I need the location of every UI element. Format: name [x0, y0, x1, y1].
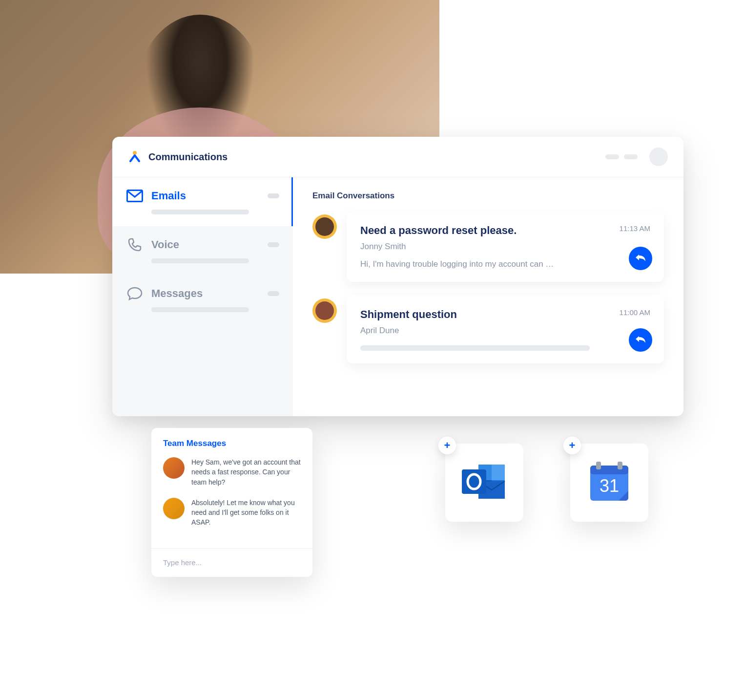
svg-rect-11 [618, 462, 622, 469]
conversation-preview: Hi, I'm having trouble logging into my a… [360, 259, 604, 269]
user-avatar[interactable] [649, 148, 668, 166]
sidebar-skeleton [151, 307, 249, 312]
app-body: Emails Voice [112, 177, 683, 416]
conversation-time: 11:13 AM [620, 224, 650, 233]
team-message: Hey Sam, we've got an account that needs… [163, 457, 301, 487]
sender-avatar [312, 298, 337, 323]
reply-button[interactable] [629, 247, 652, 270]
svg-point-0 [133, 151, 137, 155]
sidebar-item-messages[interactable]: Messages [112, 275, 293, 324]
svg-rect-10 [596, 462, 601, 469]
sidebar: Emails Voice [112, 177, 293, 416]
sidebar-item-label: Emails [151, 190, 260, 202]
plus-icon: + [569, 439, 576, 452]
sidebar-badge [268, 291, 279, 296]
main-panel: Email Conversations Need a password rese… [293, 177, 683, 416]
header-actions [605, 148, 668, 166]
plus-icon: + [444, 439, 451, 452]
message-text: Hey Sam, we've got an account that needs… [191, 457, 301, 487]
svg-rect-4 [492, 465, 505, 480]
app-logo-icon [128, 150, 142, 164]
team-message: Absolutely! Let me know what you need an… [163, 498, 301, 528]
message-avatar [163, 457, 185, 479]
conversation-subject: Need a password reset please. [360, 224, 517, 237]
conversation-time: 11:00 AM [620, 308, 650, 317]
conversation-row: Shipment question 11:00 AM April Dune [312, 296, 664, 363]
message-input-wrapper [151, 548, 312, 577]
add-integration-button[interactable]: + [563, 437, 581, 454]
conversation-from: April Dune [360, 326, 650, 336]
message-avatar [163, 498, 185, 519]
message-text: Absolutely! Let me know what you need an… [191, 498, 301, 528]
team-messages-title: Team Messages [151, 428, 312, 455]
sidebar-badge [268, 193, 279, 198]
sidebar-badge [268, 242, 279, 247]
sidebar-item-voice[interactable]: Voice [112, 226, 293, 275]
sidebar-item-label: Messages [151, 287, 260, 300]
outlook-icon [462, 462, 507, 504]
app-title: Communications [148, 151, 605, 163]
google-calendar-icon: 31 [587, 460, 631, 506]
conversation-card[interactable]: Shipment question 11:00 AM April Dune [347, 296, 664, 363]
message-input[interactable] [163, 558, 301, 567]
svg-rect-9 [590, 466, 628, 474]
conversation-preview-skeleton [360, 345, 590, 351]
conversation-subject: Shipment question [360, 308, 457, 321]
reply-icon [635, 253, 646, 264]
app-header: Communications [112, 137, 683, 177]
reply-icon [635, 334, 646, 346]
sidebar-skeleton [151, 210, 249, 214]
mail-icon [126, 188, 144, 204]
header-placeholder [605, 154, 619, 159]
sender-avatar [312, 214, 337, 239]
sidebar-item-emails[interactable]: Emails [112, 177, 293, 226]
phone-icon [126, 237, 144, 253]
section-title: Email Conversations [312, 191, 664, 201]
conversation-from: Jonny Smith [360, 242, 650, 252]
add-integration-button[interactable]: + [438, 437, 456, 454]
integration-google-calendar[interactable]: + 31 [570, 444, 648, 522]
team-messages-card: Team Messages Hey Sam, we've got an acco… [151, 428, 312, 577]
header-placeholder [624, 154, 638, 159]
sidebar-item-label: Voice [151, 238, 260, 251]
communications-window: Communications Emails [112, 137, 683, 416]
integration-outlook[interactable]: + [445, 444, 523, 522]
reply-button[interactable] [629, 328, 652, 352]
sidebar-skeleton [151, 258, 249, 263]
conversation-row: Need a password reset please. 11:13 AM J… [312, 212, 664, 282]
chat-bubble-icon [126, 286, 144, 301]
conversation-card[interactable]: Need a password reset please. 11:13 AM J… [347, 212, 664, 282]
svg-text:31: 31 [600, 476, 619, 496]
